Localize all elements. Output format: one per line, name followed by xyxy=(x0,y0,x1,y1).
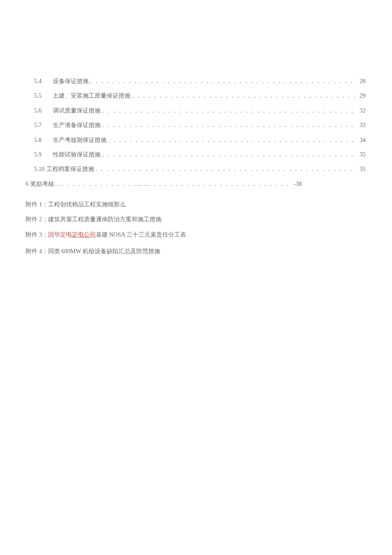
toc-page: 33 xyxy=(358,121,366,130)
toc-entry: 5.4 设备保证措施 . . . . . . . . . . . . . . .… xyxy=(26,77,366,86)
toc-dots: . . . . . . . . . . . . . . . . . . . . … xyxy=(102,150,356,159)
appendix-text: 建筑房屋工程质量通病防治方案和施工措施 xyxy=(48,216,161,223)
toc-entry: 5.8 生产考核期保证措施 . . . . . . . . . . . . . … xyxy=(26,136,366,145)
appendix-label: 附件 1： xyxy=(26,201,48,208)
toc-number: 5.6 xyxy=(34,106,46,116)
appendix-text: 同类 600MW 机组设备缺陷汇总及防范措施 xyxy=(48,248,160,254)
toc-page: 34 xyxy=(358,136,366,145)
toc-title: 生产考核期保证措施 xyxy=(53,136,107,145)
appendix-2: 附件 2：建筑房屋工程质量通病防治方案和施工措施 xyxy=(26,214,366,225)
appendix-text: 工程创优精品工程实施细那么 xyxy=(48,201,126,208)
toc-title: 设备保证措施 xyxy=(53,77,89,86)
toc-container: 5.4 设备保证措施 . . . . . . . . . . . . . . .… xyxy=(26,77,366,189)
appendix-underline-text: 定电公司 xyxy=(72,231,96,238)
toc-dots: . . . . . . . . . . . . . . . . . . . . … xyxy=(102,121,356,130)
appendix-4: 附件 4：同类 600MW 机组设备缺陷汇总及防范措施 xyxy=(26,246,366,257)
toc-dots: . . . . . . . . . . . . . . . . . . . . … xyxy=(96,165,357,174)
toc-entry: 5.10 工程档案保证措施 . . . . . . . . . . . . . … xyxy=(26,165,366,174)
toc-number: 5.7 xyxy=(34,121,46,130)
toc-entry: 5.9 性能试验保证措施 . . . . . . . . . . . . . .… xyxy=(26,150,366,159)
toc-entry: 5.5 土建、安装施工质量保证措施 . . . . . . . . . . . … xyxy=(26,91,366,101)
toc-number: 5.5 xyxy=(34,91,46,101)
toc-number: 6 xyxy=(26,179,29,189)
toc-title: 性能试验保证措施 xyxy=(53,150,101,159)
appendix-label: 附件 2： xyxy=(26,216,48,223)
toc-dots: . . . . . . . . . . . . . . . . . . . . … xyxy=(132,91,356,101)
toc-title: 工程档案保证措施 xyxy=(46,165,94,174)
appendix-section: 附件 1：工程创优精品工程实施细那么 附件 2：建筑房屋工程质量通病防治方案和施… xyxy=(26,199,366,257)
toc-page: 32 xyxy=(358,106,366,116)
toc-number: 5.10 xyxy=(34,165,45,174)
toc-number: 5.4 xyxy=(34,77,46,86)
toc-page: 35 xyxy=(358,150,366,159)
toc-number: 5.8 xyxy=(34,136,46,145)
appendix-1: 附件 1：工程创优精品工程实施细那么 xyxy=(26,199,366,210)
toc-page: 35 xyxy=(358,165,366,174)
toc-page: 28 xyxy=(358,77,366,86)
toc-title: 调试质量保证措施 xyxy=(53,106,101,116)
appendix-text: 基建 NOSA 三十三元素责任分工表 xyxy=(96,231,186,238)
toc-dots: . . . . . . . . . . . . . .…… . . . . . … xyxy=(62,179,292,189)
appendix-label: 附件 3： xyxy=(26,231,48,238)
toc-page: 29 xyxy=(358,91,366,101)
toc-number: 5.9 xyxy=(34,150,46,159)
toc-page: -38 xyxy=(294,179,303,189)
appendix-3: 附件 3：国华定电定电公司基建 NOSA 三十三元素责任分工表 xyxy=(26,229,366,240)
toc-dots: . . . . . . . . . . . . . . . . . . . . … xyxy=(90,77,356,86)
toc-title: 奖励考核… xyxy=(30,179,60,189)
toc-entry: 6 奖励考核… . . . . . . . . . . . . . .…… . … xyxy=(26,179,366,189)
toc-entry: 5.7 生产准备保证措施 . . . . . . . . . . . . . .… xyxy=(26,121,366,130)
toc-entry: 5.6 调试质量保证措施 . . . . . . . . . . . . . .… xyxy=(26,106,366,116)
toc-title: 土建、安装施工质量保证措施 xyxy=(53,91,130,101)
appendix-red-text: 国华定电 xyxy=(48,231,72,238)
appendix-label: 附件 4： xyxy=(26,248,48,254)
toc-dots: . . . . . . . . . . . . . . . . . . . . … xyxy=(108,136,356,145)
toc-title: 生产准备保证措施 xyxy=(53,121,101,130)
toc-dots: . . . . . . . . . . . . . . . . . . . . … xyxy=(102,106,356,116)
